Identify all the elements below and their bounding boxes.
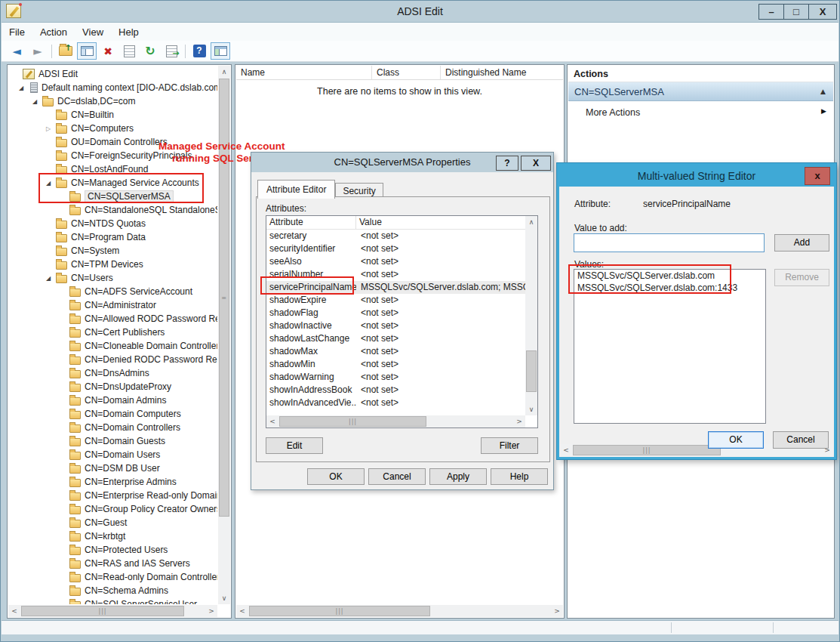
tree-item[interactable]: CN=StandaloneSQL StandaloneSQ	[8, 203, 217, 217]
tree-item[interactable]: CN=Denied RODC Password Repli	[8, 353, 217, 366]
column-header-attribute[interactable]: Attribute	[266, 216, 356, 229]
scroll-left-icon[interactable]: <	[266, 415, 278, 427]
apply-button[interactable]: Apply	[429, 468, 487, 485]
tree-item[interactable]: CN=Domain Computers	[8, 407, 217, 421]
tree-item[interactable]: CN=Domain Controllers	[8, 421, 217, 434]
value-to-add-input[interactable]	[574, 233, 765, 252]
attribute-row[interactable]: showInAdvancedVie... <not set>	[266, 397, 525, 409]
export-list-button[interactable]: →	[162, 42, 181, 60]
tree-item[interactable]: CN=Guest	[8, 516, 217, 529]
tree-item[interactable]: CN=Domain Users	[8, 448, 217, 461]
column-header-name[interactable]: Name	[236, 66, 372, 79]
ok-button[interactable]: OK	[307, 468, 365, 485]
tree-expander-icon[interactable]	[46, 275, 56, 282]
tree-item[interactable]: CN=Allowed RODC Password Rep	[8, 312, 217, 326]
scroll-right-icon[interactable]: >	[513, 415, 525, 427]
tree-item[interactable]: CN=Domain Guests	[8, 434, 217, 448]
add-button[interactable]: Add	[774, 234, 829, 252]
tree-item[interactable]: CN=Builtin	[8, 108, 217, 122]
results-horizontal-scrollbar[interactable]: < ||| >	[236, 605, 563, 617]
tree-item[interactable]: CN=ADFS ServiceAccount	[8, 285, 217, 298]
scroll-right-icon[interactable]: >	[551, 605, 563, 617]
attribute-row[interactable]: shadowWarning <not set>	[266, 371, 525, 384]
tab-attribute-editor[interactable]: Attribute Editor	[257, 180, 335, 199]
attribute-row[interactable]: securityIdentifier <not set>	[266, 242, 525, 255]
properties-button[interactable]	[119, 42, 139, 60]
tree-item[interactable]: CN=DnsAdmins	[8, 366, 217, 380]
filter-button[interactable]: Filter	[481, 437, 538, 454]
show-action-pane-button[interactable]	[211, 42, 230, 60]
tree-item[interactable]: DC=dslab,DC=com	[8, 94, 217, 108]
tree-item[interactable]: CN=DSM DB User	[8, 461, 217, 475]
scrollbar-thumb[interactable]: |||	[573, 445, 721, 455]
cancel-button[interactable]: Cancel	[773, 431, 829, 449]
tree-expander-icon[interactable]	[32, 98, 42, 105]
tree-expander-icon[interactable]	[19, 85, 29, 91]
attributes-horizontal-scrollbar[interactable]: < ||| >	[266, 415, 525, 427]
tree-item[interactable]: CN=Cloneable Domain Controller	[8, 339, 217, 353]
scroll-down-icon[interactable]: ∨	[525, 403, 537, 415]
ok-button[interactable]: OK	[708, 431, 764, 449]
attribute-row[interactable]: showInAddressBook <not set>	[266, 384, 525, 397]
edit-button[interactable]: Edit	[266, 437, 323, 454]
cancel-button[interactable]: Cancel	[368, 468, 426, 485]
dialog-help-button[interactable]: ?	[496, 156, 518, 171]
tree-item[interactable]: CN=Administrator	[8, 298, 217, 312]
scroll-up-icon[interactable]: ∧	[218, 66, 230, 78]
tree-item[interactable]: CN=Schema Admins	[8, 584, 217, 597]
tree-horizontal-scrollbar[interactable]: < ||| >	[8, 605, 217, 617]
tree-item-default-naming-context[interactable]: Default naming context [DIO-ADC.dslab.co…	[8, 81, 217, 94]
column-header-class[interactable]: Class	[372, 66, 441, 79]
tree-item[interactable]: CN=Protected Users	[8, 543, 217, 557]
back-button[interactable]: ◄	[7, 42, 26, 60]
delete-button[interactable]: ✖	[98, 42, 118, 60]
tree-item[interactable]: CN=NTDS Quotas	[8, 217, 217, 230]
tree-item-adsi-edit[interactable]: ADSI Edit	[8, 67, 217, 81]
show-console-tree-button[interactable]	[77, 42, 97, 60]
tree-item[interactable]: CN=RAS and IAS Servers	[8, 557, 217, 570]
scroll-left-icon[interactable]: <	[236, 605, 248, 617]
attribute-row[interactable]: shadowFlag <not set>	[266, 307, 525, 319]
menu-item[interactable]: Action	[32, 23, 75, 41]
scroll-left-icon[interactable]: <	[8, 605, 20, 617]
remove-button[interactable]: Remove	[774, 269, 829, 286]
up-one-level-button[interactable]: ↑	[56, 42, 75, 60]
dialog-close-button[interactable]: x	[805, 167, 830, 185]
scroll-down-icon[interactable]: ∨	[218, 592, 230, 604]
tree-item[interactable]: CN=Computers	[8, 122, 217, 135]
tree-item[interactable]: CN=Group Policy Creator Owners	[8, 502, 217, 516]
column-header-value[interactable]: Value	[356, 216, 525, 229]
minimize-button[interactable]: –	[758, 4, 784, 20]
attribute-row[interactable]: secretary <not set>	[266, 230, 525, 242]
tree-item[interactable]: CN=System	[8, 244, 217, 258]
maximize-button[interactable]: □	[783, 4, 809, 20]
tree-item[interactable]: CN=Read-only Domain Controller	[8, 570, 217, 584]
collapse-icon[interactable]: ▲	[820, 88, 826, 95]
scroll-right-icon[interactable]: >	[205, 605, 217, 617]
actions-context-header[interactable]: CN=SQLServerMSA ▲	[568, 82, 833, 101]
attribute-row[interactable]: shadowInactive <not set>	[266, 319, 525, 332]
dialog-close-button[interactable]: X	[521, 156, 551, 171]
menu-item[interactable]: File	[2, 23, 32, 41]
scrollbar-thumb[interactable]: |||	[279, 416, 426, 427]
scroll-up-icon[interactable]: ∧	[525, 216, 537, 228]
forward-button[interactable]: ►	[28, 42, 48, 60]
help-button[interactable]: ?	[189, 42, 209, 60]
tree-expander-icon[interactable]	[46, 125, 56, 132]
scrollbar-thumb[interactable]: |||	[21, 606, 184, 616]
scroll-left-icon[interactable]: <	[560, 444, 572, 456]
close-button[interactable]: X	[808, 4, 837, 20]
scrollbar-thumb[interactable]	[526, 350, 537, 392]
tree-item[interactable]: CN=Enterprise Admins	[8, 475, 217, 489]
attribute-row[interactable]: seeAlso <not set>	[266, 255, 525, 268]
attributes-vertical-scrollbar[interactable]: ∧ ∨	[525, 216, 537, 415]
attribute-row[interactable]: shadowMin <not set>	[266, 358, 525, 371]
scrollbar-thumb[interactable]: |||	[249, 606, 430, 616]
attribute-row[interactable]: shadowExpire <not set>	[266, 294, 525, 307]
tree-item[interactable]: CN=Enterprise Read-only Domain	[8, 489, 217, 502]
more-actions-item[interactable]: More Actions	[586, 107, 640, 118]
menu-item[interactable]: View	[75, 23, 111, 41]
help-button[interactable]: Help	[491, 468, 548, 485]
menu-item[interactable]: Help	[111, 23, 146, 41]
tree-item[interactable]: CN=SQLServerServiceUser	[8, 597, 217, 604]
